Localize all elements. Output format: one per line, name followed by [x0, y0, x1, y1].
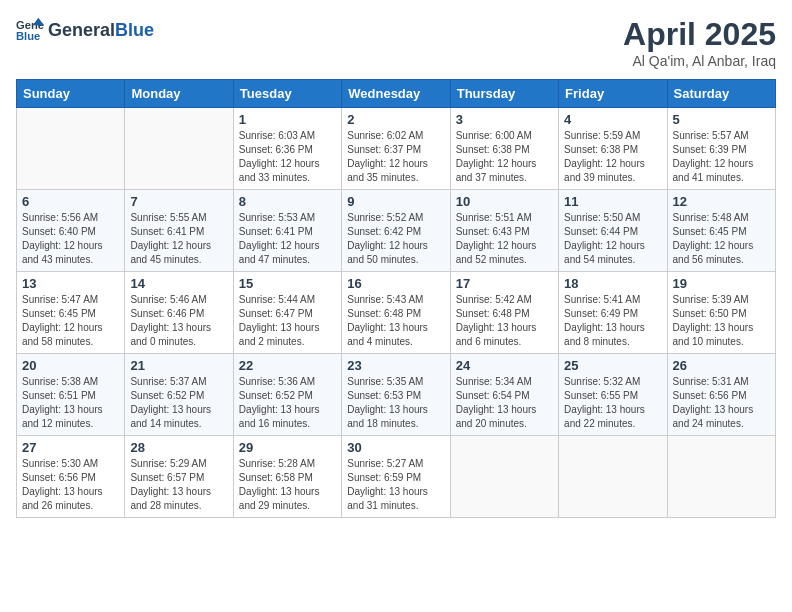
calendar-cell: 18Sunrise: 5:41 AMSunset: 6:49 PMDayligh… [559, 272, 667, 354]
day-number: 16 [347, 276, 444, 291]
day-sun-info: Sunrise: 5:28 AMSunset: 6:58 PMDaylight:… [239, 457, 336, 513]
calendar-week-row: 13Sunrise: 5:47 AMSunset: 6:45 PMDayligh… [17, 272, 776, 354]
day-number: 8 [239, 194, 336, 209]
day-number: 22 [239, 358, 336, 373]
day-number: 25 [564, 358, 661, 373]
logo-blue-text: Blue [115, 20, 154, 41]
day-sun-info: Sunrise: 5:50 AMSunset: 6:44 PMDaylight:… [564, 211, 661, 267]
day-sun-info: Sunrise: 6:02 AMSunset: 6:37 PMDaylight:… [347, 129, 444, 185]
day-sun-info: Sunrise: 5:32 AMSunset: 6:55 PMDaylight:… [564, 375, 661, 431]
day-number: 17 [456, 276, 553, 291]
day-number: 15 [239, 276, 336, 291]
title-area: April 2025 Al Qa'im, Al Anbar, Iraq [623, 16, 776, 69]
day-of-week-header: Tuesday [233, 80, 341, 108]
calendar-week-row: 6Sunrise: 5:56 AMSunset: 6:40 PMDaylight… [17, 190, 776, 272]
location-subtitle: Al Qa'im, Al Anbar, Iraq [623, 53, 776, 69]
calendar-cell: 5Sunrise: 5:57 AMSunset: 6:39 PMDaylight… [667, 108, 775, 190]
day-sun-info: Sunrise: 6:00 AMSunset: 6:38 PMDaylight:… [456, 129, 553, 185]
calendar-cell: 26Sunrise: 5:31 AMSunset: 6:56 PMDayligh… [667, 354, 775, 436]
day-sun-info: Sunrise: 5:30 AMSunset: 6:56 PMDaylight:… [22, 457, 119, 513]
day-number: 30 [347, 440, 444, 455]
day-sun-info: Sunrise: 5:43 AMSunset: 6:48 PMDaylight:… [347, 293, 444, 349]
day-sun-info: Sunrise: 5:31 AMSunset: 6:56 PMDaylight:… [673, 375, 770, 431]
calendar-cell: 20Sunrise: 5:38 AMSunset: 6:51 PMDayligh… [17, 354, 125, 436]
day-sun-info: Sunrise: 5:37 AMSunset: 6:52 PMDaylight:… [130, 375, 227, 431]
day-sun-info: Sunrise: 5:46 AMSunset: 6:46 PMDaylight:… [130, 293, 227, 349]
calendar-week-row: 27Sunrise: 5:30 AMSunset: 6:56 PMDayligh… [17, 436, 776, 518]
calendar-cell: 9Sunrise: 5:52 AMSunset: 6:42 PMDaylight… [342, 190, 450, 272]
logo: General Blue GeneralBlue [16, 16, 154, 44]
day-sun-info: Sunrise: 5:44 AMSunset: 6:47 PMDaylight:… [239, 293, 336, 349]
calendar-cell: 24Sunrise: 5:34 AMSunset: 6:54 PMDayligh… [450, 354, 558, 436]
day-number: 13 [22, 276, 119, 291]
day-number: 6 [22, 194, 119, 209]
day-number: 12 [673, 194, 770, 209]
calendar-cell [17, 108, 125, 190]
day-sun-info: Sunrise: 5:36 AMSunset: 6:52 PMDaylight:… [239, 375, 336, 431]
logo-icon: General Blue [16, 16, 44, 44]
calendar-cell: 6Sunrise: 5:56 AMSunset: 6:40 PMDaylight… [17, 190, 125, 272]
calendar-cell: 12Sunrise: 5:48 AMSunset: 6:45 PMDayligh… [667, 190, 775, 272]
calendar-cell: 27Sunrise: 5:30 AMSunset: 6:56 PMDayligh… [17, 436, 125, 518]
calendar-cell: 19Sunrise: 5:39 AMSunset: 6:50 PMDayligh… [667, 272, 775, 354]
day-sun-info: Sunrise: 5:27 AMSunset: 6:59 PMDaylight:… [347, 457, 444, 513]
day-number: 21 [130, 358, 227, 373]
day-sun-info: Sunrise: 5:47 AMSunset: 6:45 PMDaylight:… [22, 293, 119, 349]
day-number: 11 [564, 194, 661, 209]
day-sun-info: Sunrise: 5:35 AMSunset: 6:53 PMDaylight:… [347, 375, 444, 431]
calendar-week-row: 1Sunrise: 6:03 AMSunset: 6:36 PMDaylight… [17, 108, 776, 190]
calendar-cell: 17Sunrise: 5:42 AMSunset: 6:48 PMDayligh… [450, 272, 558, 354]
svg-text:Blue: Blue [16, 30, 40, 42]
calendar-cell [559, 436, 667, 518]
calendar-cell: 4Sunrise: 5:59 AMSunset: 6:38 PMDaylight… [559, 108, 667, 190]
day-number: 9 [347, 194, 444, 209]
day-sun-info: Sunrise: 5:57 AMSunset: 6:39 PMDaylight:… [673, 129, 770, 185]
calendar-cell: 25Sunrise: 5:32 AMSunset: 6:55 PMDayligh… [559, 354, 667, 436]
calendar-cell: 22Sunrise: 5:36 AMSunset: 6:52 PMDayligh… [233, 354, 341, 436]
calendar-cell: 23Sunrise: 5:35 AMSunset: 6:53 PMDayligh… [342, 354, 450, 436]
day-number: 7 [130, 194, 227, 209]
day-sun-info: Sunrise: 5:53 AMSunset: 6:41 PMDaylight:… [239, 211, 336, 267]
calendar-cell: 7Sunrise: 5:55 AMSunset: 6:41 PMDaylight… [125, 190, 233, 272]
day-of-week-header: Sunday [17, 80, 125, 108]
day-number: 3 [456, 112, 553, 127]
day-number: 23 [347, 358, 444, 373]
day-number: 24 [456, 358, 553, 373]
day-number: 18 [564, 276, 661, 291]
header: General Blue GeneralBlue April 2025 Al Q… [16, 16, 776, 69]
calendar-header-row: SundayMondayTuesdayWednesdayThursdayFrid… [17, 80, 776, 108]
day-sun-info: Sunrise: 5:39 AMSunset: 6:50 PMDaylight:… [673, 293, 770, 349]
day-number: 1 [239, 112, 336, 127]
calendar-cell: 28Sunrise: 5:29 AMSunset: 6:57 PMDayligh… [125, 436, 233, 518]
day-number: 19 [673, 276, 770, 291]
calendar-cell: 15Sunrise: 5:44 AMSunset: 6:47 PMDayligh… [233, 272, 341, 354]
day-sun-info: Sunrise: 5:29 AMSunset: 6:57 PMDaylight:… [130, 457, 227, 513]
day-number: 10 [456, 194, 553, 209]
calendar-cell: 3Sunrise: 6:00 AMSunset: 6:38 PMDaylight… [450, 108, 558, 190]
day-of-week-header: Wednesday [342, 80, 450, 108]
day-sun-info: Sunrise: 5:48 AMSunset: 6:45 PMDaylight:… [673, 211, 770, 267]
calendar-cell: 11Sunrise: 5:50 AMSunset: 6:44 PMDayligh… [559, 190, 667, 272]
calendar-cell [125, 108, 233, 190]
day-sun-info: Sunrise: 6:03 AMSunset: 6:36 PMDaylight:… [239, 129, 336, 185]
day-sun-info: Sunrise: 5:41 AMSunset: 6:49 PMDaylight:… [564, 293, 661, 349]
day-of-week-header: Friday [559, 80, 667, 108]
day-number: 20 [22, 358, 119, 373]
day-of-week-header: Thursday [450, 80, 558, 108]
calendar-cell: 21Sunrise: 5:37 AMSunset: 6:52 PMDayligh… [125, 354, 233, 436]
calendar-cell: 30Sunrise: 5:27 AMSunset: 6:59 PMDayligh… [342, 436, 450, 518]
day-of-week-header: Saturday [667, 80, 775, 108]
day-sun-info: Sunrise: 5:56 AMSunset: 6:40 PMDaylight:… [22, 211, 119, 267]
day-number: 26 [673, 358, 770, 373]
day-sun-info: Sunrise: 5:38 AMSunset: 6:51 PMDaylight:… [22, 375, 119, 431]
day-number: 5 [673, 112, 770, 127]
day-sun-info: Sunrise: 5:55 AMSunset: 6:41 PMDaylight:… [130, 211, 227, 267]
calendar-cell [667, 436, 775, 518]
calendar-week-row: 20Sunrise: 5:38 AMSunset: 6:51 PMDayligh… [17, 354, 776, 436]
calendar-cell: 10Sunrise: 5:51 AMSunset: 6:43 PMDayligh… [450, 190, 558, 272]
day-sun-info: Sunrise: 5:51 AMSunset: 6:43 PMDaylight:… [456, 211, 553, 267]
calendar-cell: 29Sunrise: 5:28 AMSunset: 6:58 PMDayligh… [233, 436, 341, 518]
day-sun-info: Sunrise: 5:42 AMSunset: 6:48 PMDaylight:… [456, 293, 553, 349]
day-number: 14 [130, 276, 227, 291]
day-number: 4 [564, 112, 661, 127]
